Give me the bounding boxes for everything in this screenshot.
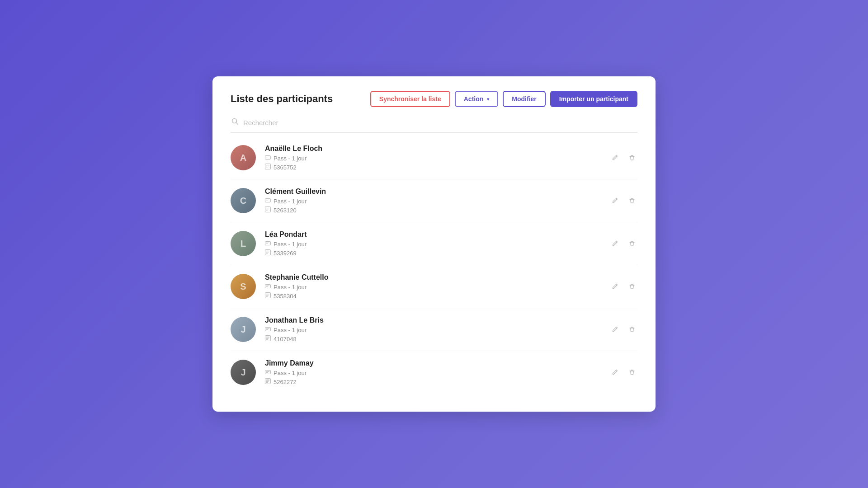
code-text: 5263120 bbox=[274, 207, 297, 214]
code-text: 5339269 bbox=[274, 250, 297, 257]
search-input[interactable] bbox=[243, 119, 637, 127]
participant-info: Jonathan Le Bris Pass - 1 jour bbox=[265, 316, 324, 343]
svg-rect-26 bbox=[265, 285, 271, 288]
avatar: J bbox=[231, 360, 256, 385]
avatar: L bbox=[231, 231, 256, 256]
edit-button[interactable] bbox=[609, 281, 620, 292]
delete-button[interactable] bbox=[627, 367, 637, 378]
list-item: C Clément Guillevin Pass - 1 jour bbox=[231, 179, 637, 222]
pass-text: Pass - 1 jour bbox=[274, 284, 307, 291]
code-text: 5365752 bbox=[274, 164, 297, 171]
main-card: Liste des participants Synchroniser la l… bbox=[212, 76, 656, 412]
delete-button[interactable] bbox=[627, 195, 637, 206]
avatar: A bbox=[231, 145, 256, 170]
pass-icon bbox=[265, 155, 271, 162]
participant-actions bbox=[609, 281, 637, 292]
participant-pass: Pass - 1 jour bbox=[265, 155, 322, 162]
participant-pass: Pass - 1 jour bbox=[265, 240, 307, 248]
code-icon bbox=[265, 164, 271, 171]
edit-button[interactable] bbox=[609, 324, 620, 335]
participant-code: 5365752 bbox=[265, 164, 322, 171]
participant-name: Clément Guillevin bbox=[265, 188, 326, 196]
delete-button[interactable] bbox=[627, 324, 637, 335]
participant-actions bbox=[609, 367, 637, 378]
search-icon bbox=[231, 118, 239, 127]
participant-actions bbox=[609, 195, 637, 206]
svg-line-1 bbox=[236, 123, 238, 125]
pass-icon bbox=[265, 326, 271, 333]
participant-name: Léa Pondart bbox=[265, 230, 307, 239]
delete-button[interactable] bbox=[627, 238, 637, 249]
participant-name: Stephanie Cuttello bbox=[265, 273, 328, 282]
participant-left-4: J Jonathan Le Bris Pass - 1 jour bbox=[231, 316, 324, 343]
list-item: S Stephanie Cuttello Pass - 1 jour bbox=[231, 265, 637, 308]
participant-name: Anaëlle Le Floch bbox=[265, 145, 322, 153]
delete-button[interactable] bbox=[627, 152, 637, 163]
participant-list: A Anaëlle Le Floch Pass - 1 jour bbox=[231, 136, 637, 394]
pass-icon bbox=[265, 240, 271, 248]
pass-text: Pass - 1 jour bbox=[274, 327, 307, 333]
delete-button[interactable] bbox=[627, 281, 637, 292]
svg-rect-5 bbox=[265, 164, 271, 169]
edit-button[interactable] bbox=[609, 195, 620, 206]
participant-left-2: L Léa Pondart Pass - 1 jour bbox=[231, 230, 307, 257]
participant-code: 5339269 bbox=[265, 249, 307, 257]
code-text: 5262272 bbox=[274, 379, 297, 385]
pass-text: Pass - 1 jour bbox=[274, 370, 307, 376]
sync-button[interactable]: Synchroniser la liste bbox=[370, 91, 450, 107]
action-label: Action bbox=[464, 95, 484, 103]
participant-pass: Pass - 1 jour bbox=[265, 369, 314, 376]
pass-text: Pass - 1 jour bbox=[274, 241, 307, 248]
participant-left-5: J Jimmy Damay Pass - 1 jour bbox=[231, 359, 314, 385]
action-button[interactable]: Action ▾ bbox=[455, 91, 499, 107]
modifier-button[interactable]: Modifier bbox=[503, 91, 545, 107]
pass-text: Pass - 1 jour bbox=[274, 155, 307, 162]
pass-icon bbox=[265, 197, 271, 205]
chevron-down-icon: ▾ bbox=[487, 97, 489, 102]
participant-left-0: A Anaëlle Le Floch Pass - 1 jour bbox=[231, 145, 322, 171]
list-item: J Jimmy Damay Pass - 1 jour bbox=[231, 351, 637, 394]
pass-icon bbox=[265, 283, 271, 291]
search-bar bbox=[231, 118, 637, 133]
avatar: J bbox=[231, 317, 256, 342]
participant-pass: Pass - 1 jour bbox=[265, 326, 324, 333]
code-icon bbox=[265, 249, 271, 257]
edit-button[interactable] bbox=[609, 152, 620, 163]
list-item: L Léa Pondart Pass - 1 jour bbox=[231, 222, 637, 265]
participant-left-1: C Clément Guillevin Pass - 1 jour bbox=[231, 188, 326, 214]
participant-info: Jimmy Damay Pass - 1 jour bbox=[265, 359, 314, 385]
participant-name: Jonathan Le Bris bbox=[265, 316, 324, 324]
code-icon bbox=[265, 292, 271, 300]
pass-text: Pass - 1 jour bbox=[274, 198, 307, 205]
list-item: A Anaëlle Le Floch Pass - 1 jour bbox=[231, 136, 637, 179]
participant-code: 5262272 bbox=[265, 378, 314, 385]
participant-code: 5263120 bbox=[265, 206, 326, 214]
edit-button[interactable] bbox=[609, 367, 620, 378]
participant-info: Léa Pondart Pass - 1 jour bbox=[265, 230, 307, 257]
svg-rect-2 bbox=[265, 156, 271, 160]
participant-actions bbox=[609, 324, 637, 335]
participant-info: Stephanie Cuttello Pass - 1 jour bbox=[265, 273, 328, 300]
participant-pass: Pass - 1 jour bbox=[265, 283, 328, 291]
svg-rect-42 bbox=[265, 371, 271, 374]
code-icon bbox=[265, 378, 271, 385]
svg-rect-21 bbox=[265, 250, 271, 255]
participant-info: Clément Guillevin Pass - 1 jour bbox=[265, 188, 326, 214]
svg-rect-13 bbox=[265, 207, 271, 212]
participant-info: Anaëlle Le Floch Pass - 1 jour bbox=[265, 145, 322, 171]
participant-left-3: S Stephanie Cuttello Pass - 1 jour bbox=[231, 273, 328, 300]
avatar: S bbox=[231, 274, 256, 299]
import-button[interactable]: Importer un participant bbox=[550, 91, 637, 107]
participant-pass: Pass - 1 jour bbox=[265, 197, 326, 205]
participant-code: 5358304 bbox=[265, 292, 328, 300]
svg-rect-29 bbox=[265, 293, 271, 298]
page-title: Liste des participants bbox=[231, 93, 333, 105]
participant-name: Jimmy Damay bbox=[265, 359, 314, 367]
svg-rect-45 bbox=[265, 379, 271, 384]
page-header: Liste des participants Synchroniser la l… bbox=[231, 91, 637, 107]
list-item: J Jonathan Le Bris Pass - 1 jour bbox=[231, 308, 637, 351]
code-icon bbox=[265, 206, 271, 214]
avatar: C bbox=[231, 188, 256, 213]
code-icon bbox=[265, 335, 271, 343]
edit-button[interactable] bbox=[609, 238, 620, 249]
